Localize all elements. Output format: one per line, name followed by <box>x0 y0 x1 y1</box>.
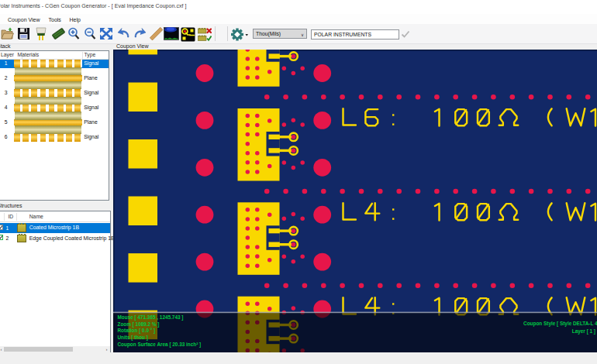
svg-text:Zoom [ 1089.2 % ]: Zoom [ 1089.2 % ] <box>118 321 160 328</box>
svg-text:Coupon Style [ Style DELTA-L 4: Coupon Style [ Style DELTA-L 4 La <box>523 321 597 328</box>
svg-text:Coupon Surface Area [ 20.33 in: Coupon Surface Area [ 20.33 inch² ] <box>118 342 202 348</box>
svg-text:Layer [ 1 ]: Layer [ 1 ] <box>572 328 595 335</box>
svg-text:Mouse [ 471.365 , 1245.743 ]: Mouse [ 471.365 , 1245.743 ] <box>118 314 184 321</box>
svg-text:Rotation [ 0.0 ° ]: Rotation [ 0.0 ° ] <box>118 328 156 335</box>
svg-text:Units [ thou ]: Units [ thou ] <box>118 335 148 341</box>
